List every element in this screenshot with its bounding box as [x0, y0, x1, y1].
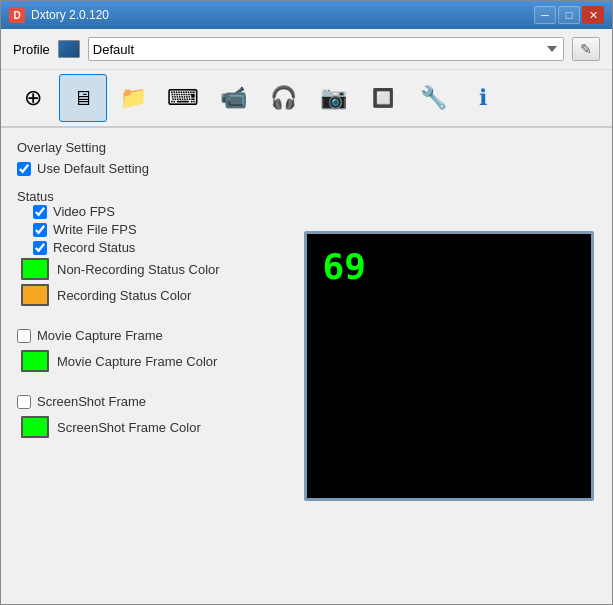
toolbar-btn-camera[interactable]: 📹 — [209, 74, 257, 122]
profile-icon — [58, 40, 80, 58]
chip-icon: 🔲 — [372, 87, 394, 109]
close-button[interactable]: ✕ — [582, 6, 604, 24]
movie-capture-frame-color-swatch[interactable] — [21, 350, 49, 372]
recording-color-row: Recording Status Color — [21, 284, 285, 306]
crosshair-icon: ⊕ — [24, 85, 42, 111]
write-file-fps-checkbox[interactable] — [33, 223, 47, 237]
movie-capture-frame-row: Movie Capture Frame — [17, 328, 285, 343]
movie-capture-frame-color-row: Movie Capture Frame Color — [21, 350, 285, 372]
use-default-label: Use Default Setting — [37, 161, 149, 176]
record-status-label: Record Status — [53, 240, 135, 255]
use-default-row: Use Default Setting — [17, 161, 285, 176]
main-window: D Dxtory 2.0.120 ─ □ ✕ Profile Default ✎… — [0, 0, 613, 605]
record-status-row: Record Status — [33, 240, 285, 255]
app-icon: D — [9, 7, 25, 23]
folder-icon: 📁 — [120, 85, 147, 111]
profile-edit-button[interactable]: ✎ — [572, 37, 600, 61]
recording-color-label: Recording Status Color — [57, 288, 191, 303]
toolbar-btn-folder[interactable]: 📁 — [109, 74, 157, 122]
screenshot-frame-checkbox[interactable] — [17, 395, 31, 409]
title-bar: D Dxtory 2.0.120 ─ □ ✕ — [1, 1, 612, 29]
audio-icon: 🎧 — [270, 85, 297, 111]
keyboard-icon: ⌨ — [167, 85, 199, 111]
main-content: Overlay Setting Use Default Setting Stat… — [1, 128, 612, 604]
toolbar: ⊕ 🖥 📁 ⌨ 📹 🎧 📷 🔲 🔧 ℹ — [1, 70, 612, 128]
movie-capture-frame-color-label: Movie Capture Frame Color — [57, 354, 217, 369]
video-fps-row: Video FPS — [33, 204, 285, 219]
preview-fps: 69 — [323, 246, 366, 287]
toolbar-btn-screen[interactable]: 🖥 — [59, 74, 107, 122]
non-recording-color-swatch[interactable] — [21, 258, 49, 280]
profile-label: Profile — [13, 42, 50, 57]
overlay-setting-title: Overlay Setting — [17, 140, 285, 155]
screenshot-icon: 📷 — [320, 85, 347, 111]
profile-bar: Profile Default ✎ — [1, 29, 612, 70]
toolbar-btn-keyboard[interactable]: ⌨ — [159, 74, 207, 122]
use-default-checkbox[interactable] — [17, 162, 31, 176]
camera-icon: 📹 — [220, 85, 247, 111]
toolbar-btn-tools[interactable]: 🔧 — [409, 74, 457, 122]
record-status-checkbox[interactable] — [33, 241, 47, 255]
toolbar-btn-info[interactable]: ℹ — [459, 74, 507, 122]
write-file-fps-label: Write File FPS — [53, 222, 137, 237]
toolbar-btn-crosshair[interactable]: ⊕ — [9, 74, 57, 122]
toolbar-btn-screenshot[interactable]: 📷 — [309, 74, 357, 122]
info-icon: ℹ — [479, 85, 487, 111]
recording-color-swatch[interactable] — [21, 284, 49, 306]
pencil-icon: ✎ — [580, 41, 592, 57]
title-bar-left: D Dxtory 2.0.120 — [9, 7, 109, 23]
status-title: Status — [17, 189, 54, 204]
non-recording-color-row: Non-Recording Status Color — [21, 258, 285, 280]
left-panel: Overlay Setting Use Default Setting Stat… — [17, 140, 285, 592]
video-fps-label: Video FPS — [53, 204, 115, 219]
toolbar-btn-chip[interactable]: 🔲 — [359, 74, 407, 122]
movie-capture-frame-checkbox[interactable] — [17, 329, 31, 343]
screenshot-frame-row: ScreenShot Frame — [17, 394, 285, 409]
screenshot-frame-color-swatch[interactable] — [21, 416, 49, 438]
tools-icon: 🔧 — [420, 85, 447, 111]
screenshot-frame-label: ScreenShot Frame — [37, 394, 146, 409]
movie-capture-frame-label: Movie Capture Frame — [37, 328, 163, 343]
right-panel: 69 — [301, 140, 596, 592]
minimize-button[interactable]: ─ — [534, 6, 556, 24]
status-section: Status Video FPS Write File FPS Record S… — [17, 189, 285, 310]
profile-select[interactable]: Default — [88, 37, 564, 61]
screenshot-frame-color-row: ScreenShot Frame Color — [21, 416, 285, 438]
write-file-fps-row: Write File FPS — [33, 222, 285, 237]
video-fps-checkbox[interactable] — [33, 205, 47, 219]
non-recording-color-label: Non-Recording Status Color — [57, 262, 220, 277]
screen-icon: 🖥 — [73, 87, 93, 110]
title-controls: ─ □ ✕ — [534, 6, 604, 24]
preview-box: 69 — [304, 231, 594, 501]
toolbar-btn-audio[interactable]: 🎧 — [259, 74, 307, 122]
screenshot-frame-color-label: ScreenShot Frame Color — [57, 420, 201, 435]
window-title: Dxtory 2.0.120 — [31, 8, 109, 22]
maximize-button[interactable]: □ — [558, 6, 580, 24]
